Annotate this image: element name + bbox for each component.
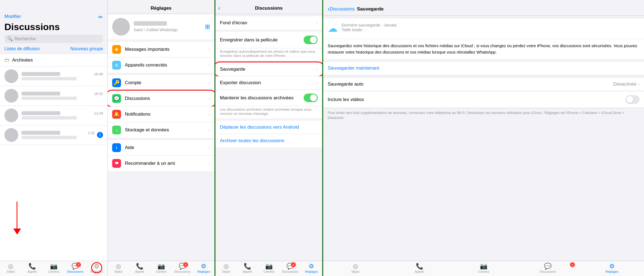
profile-section[interactable]: Salut ! J'utilise WhatsApp. ⊞ [108,14,214,39]
auto-backup-section: Sauvegarde auto Désactivée › Inclure les… [323,77,644,108]
tab-statut[interactable]: ◎ Statut [0,263,22,273]
sauvegarde-auto-item[interactable]: Sauvegarde auto Désactivée › [323,78,644,91]
profile-status: Salut ! J'utilise WhatsApp. [134,28,178,32]
storage-icon: ↕ [112,126,121,134]
sauvegarde-label: Sauvegarde [220,67,316,72]
reglages-header: Réglages [108,0,214,14]
pellicule-item[interactable]: Enregistrer dans la pellicule [215,32,322,48]
spacer [323,124,644,261]
deplacer-android-item[interactable]: Déplacer les discussions vers Android [215,121,322,134]
tab-statut[interactable]: ◎ Statut [215,263,237,273]
tab-camera[interactable]: 📷 Caméra [258,263,279,273]
nouveau-groupe-link[interactable]: Nouveau groupe [70,46,103,51]
maintenir-toggle[interactable] [304,94,318,102]
search-icon: 🔍 [7,36,13,41]
tab-statut[interactable]: ◎ Statut [323,263,387,273]
tab-discussions[interactable]: 💬 Discussions 4 [280,263,301,273]
chevron-icon: › [209,63,210,68]
tab-reglages[interactable]: ⚙ Réglages [301,263,322,273]
modifier-button[interactable]: Modifier [4,14,21,19]
chat-item[interactable]: 1:32 2 [0,125,107,145]
chat-name [22,131,60,135]
spacer [108,173,214,261]
tab-camera[interactable]: 📷 Caméra [150,263,172,273]
notifications-item[interactable]: 🔔 Notifications › [108,107,214,122]
cloud-info: Dernière sauvegarde : Jamais Taille tota… [341,23,397,32]
annotation-arrow-shaft [17,201,17,232]
archiver-tout-link[interactable]: Archiver toutes les discussions [220,138,284,143]
avatar [4,69,18,83]
fond-ecran-section: Fond d'écran › [215,16,322,30]
discussions-settings-title: Discussions [255,6,283,11]
compte-item[interactable]: 🔑 Compte › [108,75,214,91]
fond-ecran-item[interactable]: Fond d'écran › [215,16,322,30]
sauvegarde-section: Sauvegarde › Exporter discussion › Maint… [215,63,322,118]
avatar [4,89,18,103]
inclure-videos-label: Inclure les vidéos [328,97,625,102]
edit-icon[interactable]: ✏ [98,14,103,20]
tab-label: Appels [135,270,144,273]
tab-statut[interactable]: ◎ Statut [108,263,129,273]
back-button[interactable]: ‹ [218,5,220,12]
listes-diffusion-link[interactable]: Listes de diffusion [4,46,40,51]
stockage-item[interactable]: ↕ Stockage et données › [108,122,214,138]
last-backup-label: Dernière sauvegarde : Jamais [341,23,397,27]
search-bar[interactable]: 🔍 Recherche [4,34,103,43]
tab-camera[interactable]: 📷 Caméra [451,263,516,273]
tab-discussions[interactable]: 💬 Discussions 4 [172,263,193,273]
messages-importants-item[interactable]: ★ Messages importants › [108,42,214,57]
tab-reglages[interactable]: ⚙ Réglages [86,263,107,273]
save-now-button[interactable]: Sauvegarder maintenant [328,65,379,71]
chat-time: 11:29 [94,111,103,115]
profile-info: Salut ! J'utilise WhatsApp. [134,21,205,32]
avatar [4,128,18,142]
archiver-tout-item[interactable]: Archiver toutes les discussions [215,134,322,147]
chat-preview [22,116,77,120]
tab-discussions[interactable]: 💬 Discussions 3 [64,263,86,273]
bell-icon: 🔔 [112,110,121,119]
appels-icon: 📞 [136,263,143,270]
inclure-videos-item[interactable]: Inclure les vidéos [323,91,644,108]
deplacer-android-link[interactable]: Déplacer les discussions vers Android [220,124,299,130]
discussions-badge: 4 [570,262,575,267]
maintenir-item[interactable]: Maintenir les discussions archivées [215,90,322,106]
archived-row[interactable]: 🗃 Archivées [0,54,107,67]
exporter-item[interactable]: Exporter discussion › [215,76,322,90]
tab-appels[interactable]: 📞 Appels [237,263,258,273]
aide-label: Aide [125,145,209,150]
sauvegarde-item[interactable]: Sauvegarde › [215,63,322,76]
qr-code-icon[interactable]: ⊞ [205,23,210,30]
pellicule-toggle[interactable] [304,36,318,44]
chevron-icon: › [316,20,318,25]
discussions-settings-header: ‹ Discussions [215,0,322,14]
tab-appels[interactable]: 📞 Appels [22,263,43,273]
tab-camera[interactable]: 📷 Caméra [43,263,65,273]
settings-section-1: ★ Messages importants › 🖥 Appareils conn… [108,42,214,73]
fond-ecran-label: Fond d'écran [220,20,316,26]
devices-icon: 🖥 [112,61,121,70]
tab-label: Caméra [478,270,489,273]
maintenir-subtitle: Les discussions archivées restent archiv… [215,106,322,118]
tab-reglages[interactable]: ⚙ Réglages [193,263,214,273]
videos-toggle[interactable] [625,95,640,104]
appareils-connectes-label: Appareils connectés [125,62,209,68]
maintenir-label: Maintenir les discussions archivées [220,95,304,101]
tab-label: Discussions [282,270,298,273]
tab-bar: ◎ Statut 📞 Appels 📷 Caméra 💬 Discussions… [108,261,214,276]
chat-item[interactable]: 16:31 [0,86,107,106]
tab-label: Appels [243,270,252,273]
chat-item[interactable]: 16:46 [0,67,107,86]
tab-appels[interactable]: 📞 Appels [129,263,150,273]
tab-reglages[interactable]: ⚙ Réglages [580,263,644,273]
discussions-settings-item[interactable]: 💬 Discussions › [108,91,214,107]
appareils-connectes-item[interactable]: 🖥 Appareils connectés › [108,57,214,73]
chat-item[interactable]: 11:29 [0,106,107,125]
tab-appels[interactable]: 📞 Appels [387,263,451,273]
back-label[interactable]: Discussions [330,6,355,12]
sauvegarde-auto-label: Sauvegarde auto [328,81,613,87]
links-section: Déplacer les discussions vers Android Ar… [215,121,322,147]
aide-item[interactable]: i Aide › [108,140,214,156]
chat-time: 16:46 [94,72,103,76]
tab-discussions[interactable]: 💬 Discussions 4 [516,263,580,273]
recommander-item[interactable]: ❤ Recommander à un ami › [108,156,214,171]
